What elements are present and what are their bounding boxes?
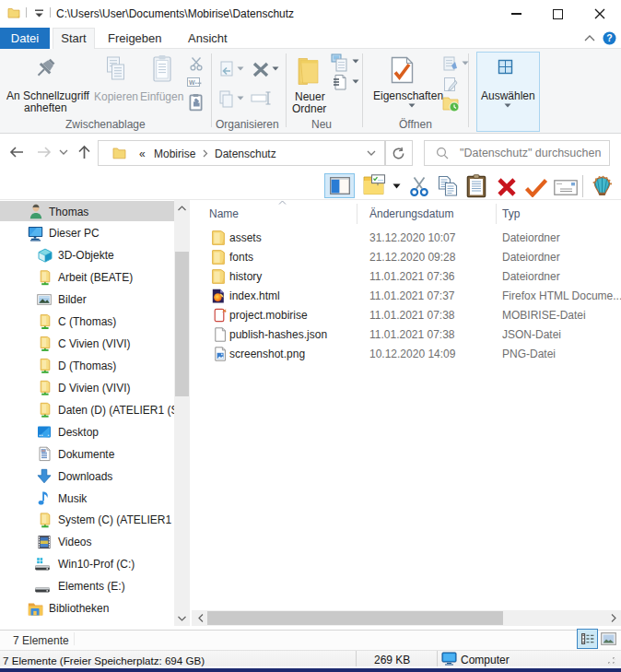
svg-text:Dateiordner: Dateiordner xyxy=(502,251,560,264)
svg-text:Videos: Videos xyxy=(58,536,91,548)
svg-text:history: history xyxy=(229,270,262,283)
svg-text:Thomas: Thomas xyxy=(49,206,88,218)
svg-text:publish-hashes.json: publish-hashes.json xyxy=(229,328,327,341)
svg-text:W: W xyxy=(189,79,195,86)
svg-text:31.12.2020 10:07: 31.12.2020 10:07 xyxy=(369,231,456,244)
svg-text:Musik: Musik xyxy=(58,492,88,505)
svg-text:?: ? xyxy=(606,32,612,43)
svg-text:Bibliotheken: Bibliotheken xyxy=(49,602,109,615)
svg-text:index.html: index.html xyxy=(229,289,280,302)
svg-text:10.12.2020 14:09: 10.12.2020 14:09 xyxy=(369,348,456,360)
svg-text:Dieser PC: Dieser PC xyxy=(49,227,100,240)
svg-text:project.mobirise: project.mobirise xyxy=(229,309,308,322)
svg-text:fonts: fonts xyxy=(229,251,253,264)
svg-text:Dokumente: Dokumente xyxy=(58,448,115,461)
svg-text:screenshot.png: screenshot.png xyxy=(229,348,305,360)
svg-text:Änderungsdatum: Änderungsdatum xyxy=(369,207,453,220)
svg-text:Daten (D) (ATELIER1 (Serv: Daten (D) (ATELIER1 (Serv xyxy=(58,404,174,417)
svg-text:D (Thomas): D (Thomas) xyxy=(58,360,116,372)
svg-text:System (C) (ATELIER1 (Se: System (C) (ATELIER1 (Se xyxy=(58,513,174,526)
svg-text:11.01.2021 07:37: 11.01.2021 07:37 xyxy=(369,289,455,302)
svg-text:Dateiordner: Dateiordner xyxy=(502,231,560,244)
svg-text:Typ: Typ xyxy=(502,207,521,220)
svg-text:3D-Objekte: 3D-Objekte xyxy=(58,249,114,262)
svg-text:D Vivien (VIVI): D Vivien (VIVI) xyxy=(58,382,130,395)
svg-text:PNG-Datei: PNG-Datei xyxy=(502,348,556,360)
svg-text:11.01.2021 07:36: 11.01.2021 07:36 xyxy=(369,270,455,283)
svg-text:11.01.2021 07:38: 11.01.2021 07:38 xyxy=(369,328,455,341)
svg-text:11.01.2021 07:38: 11.01.2021 07:38 xyxy=(369,309,455,322)
svg-text:Arbeit (BEATE): Arbeit (BEATE) xyxy=(58,271,133,284)
svg-text:Elements (E:): Elements (E:) xyxy=(58,580,125,593)
svg-text:Desktop: Desktop xyxy=(58,426,99,439)
svg-text:Bilder: Bilder xyxy=(58,293,87,306)
svg-text:MOBIRISE-Datei: MOBIRISE-Datei xyxy=(502,309,586,322)
svg-text:21.12.2020 09:28: 21.12.2020 09:28 xyxy=(369,251,456,264)
svg-text:Firefox HTML Docume...: Firefox HTML Docume... xyxy=(502,289,621,302)
svg-text:Win10-Prof (C:): Win10-Prof (C:) xyxy=(58,558,135,571)
svg-text:Name: Name xyxy=(209,207,239,220)
svg-text:C (Thomas): C (Thomas) xyxy=(58,315,116,328)
svg-text:Dateiordner: Dateiordner xyxy=(502,270,560,283)
svg-text:C Vivien (VIVI): C Vivien (VIVI) xyxy=(58,337,130,350)
svg-text:JSON-Datei: JSON-Datei xyxy=(502,328,561,341)
svg-text:assets: assets xyxy=(229,231,262,244)
svg-text:Downloads: Downloads xyxy=(58,470,112,483)
